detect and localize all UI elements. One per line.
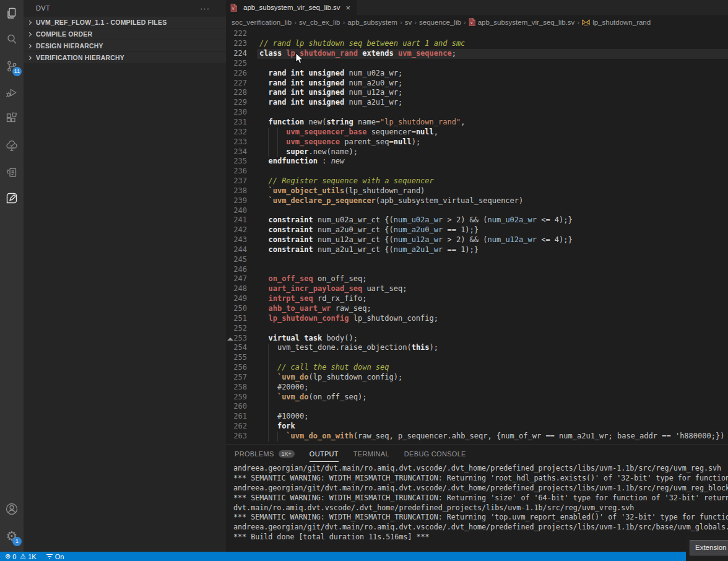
line-number[interactable]: 229: [226, 98, 247, 108]
tree-item[interactable]: VERIFICATION HIERARCHY: [24, 52, 226, 63]
line-number[interactable]: 228: [226, 88, 247, 98]
line-number[interactable]: 233: [226, 137, 247, 147]
code-line[interactable]: 238 `uvm_object_utils(lp_shutdown_rand): [226, 186, 728, 196]
line-number[interactable]: 249: [226, 294, 247, 304]
dvt-edit-icon[interactable]: [4, 191, 19, 206]
line-number[interactable]: 242: [226, 225, 247, 235]
line-number[interactable]: 223: [226, 39, 247, 49]
line-number[interactable]: 225: [226, 59, 247, 69]
editor-tab[interactable]: v apb_subsystem_vir_seq_lib.sv ×: [226, 0, 357, 15]
line-number[interactable]: 234: [226, 147, 247, 157]
code-line[interactable]: 243 constraint num_u12a_wr_ct {(num_u12a…: [226, 235, 728, 245]
code-line[interactable]: 261 #10000;: [226, 412, 728, 422]
code-line[interactable]: 249 intrpt_seq rd_rx_fifo;: [226, 294, 728, 304]
tab-close-icon[interactable]: ×: [346, 3, 351, 12]
line-number[interactable]: 226: [226, 69, 247, 79]
settings-gear-icon[interactable]: ⚙ 1: [4, 529, 19, 544]
line-number[interactable]: 239: [226, 196, 247, 206]
line-number[interactable]: 243: [226, 235, 247, 245]
panel-tab-debug-console[interactable]: DEBUG CONSOLE: [404, 445, 466, 462]
code-line[interactable]: 226 rand int unsigned num_u02a_wr;: [226, 69, 728, 79]
breadcrumb-item[interactable]: apb_subsystem_vir_seq_lib.sv: [478, 19, 575, 26]
code-line[interactable]: 259 `uvm_do(on_off_seq);: [226, 393, 728, 402]
code-line[interactable]: 231 function new(string name="lp_shutdow…: [226, 118, 728, 128]
breadcrumb-item[interactable]: apb_subsystem: [347, 19, 397, 26]
line-number[interactable]: 250: [226, 304, 247, 314]
line-number[interactable]: 245: [226, 255, 247, 265]
code-line[interactable]: 252: [226, 324, 728, 334]
code-line[interactable]: 247 on_off_seq on_off_seq;: [226, 274, 728, 284]
code-line[interactable]: 256 // call the shut down seq: [226, 363, 728, 373]
line-number[interactable]: 231: [226, 118, 247, 128]
line-number[interactable]: 257: [226, 373, 247, 383]
code-line[interactable]: 233 uvm_sequence parent_seq=null);: [226, 137, 728, 147]
code-line[interactable]: 239 `uvm_declare_p_sequencer(apb_subsyst…: [226, 196, 728, 206]
code-line[interactable]: 223// rand lp shutdown seq between uart …: [226, 39, 728, 49]
line-number[interactable]: 247: [226, 274, 247, 284]
code-line[interactable]: 260: [226, 402, 728, 412]
sidebar-more-actions-icon[interactable]: ···: [200, 4, 210, 13]
breadcrumb-item[interactable]: soc_verification_lib: [232, 19, 292, 26]
code-line[interactable]: 262 fork: [226, 422, 728, 432]
problems-status[interactable]: ⊗ 0 ⚠ 1K: [5, 552, 37, 560]
line-number[interactable]: 227: [226, 79, 247, 89]
run-debug-icon[interactable]: [4, 85, 19, 100]
code-line[interactable]: 228 rand int unsigned num_u12a_wr;: [226, 88, 728, 98]
panel-tab-terminal[interactable]: TERMINAL: [353, 445, 389, 462]
line-number[interactable]: 251: [226, 314, 247, 324]
breadcrumb-item[interactable]: sv_cb_ex_lib: [299, 19, 340, 26]
code-line[interactable]: 241 constraint num_u02a_wr_ct {(num_u02a…: [226, 215, 728, 225]
line-number[interactable]: 240: [226, 206, 247, 216]
tree-item[interactable]: UVM_REF_FLOW_1.1 - COMPILED FILES: [24, 17, 226, 28]
source-control-icon[interactable]: 11: [4, 59, 19, 74]
code-line[interactable]: 240: [226, 206, 728, 216]
breadcrumb-item[interactable]: sequence_lib: [419, 19, 461, 26]
code-line[interactable]: 237 // Register sequence with a sequence…: [226, 176, 728, 186]
breadcrumb-item[interactable]: lp_shutdown_rand: [592, 19, 651, 26]
line-number[interactable]: 238: [226, 186, 247, 196]
code-line[interactable]: 258 #20000;: [226, 383, 728, 393]
line-number[interactable]: 252: [226, 324, 247, 334]
line-number[interactable]: 246: [226, 265, 247, 275]
code-line[interactable]: 263 `uvm_do_on_with(raw_seq, p_sequencer…: [226, 432, 728, 441]
code-line[interactable]: 235 endfunction : new: [226, 157, 728, 167]
filter-status[interactable]: On: [46, 553, 64, 560]
line-number[interactable]: 261: [226, 412, 247, 422]
line-number[interactable]: 262: [226, 422, 247, 432]
code-line[interactable]: 232 uvm_sequencer_base sequencer=null,: [226, 128, 728, 137]
line-number[interactable]: 255: [226, 353, 247, 363]
code-line[interactable]: 242 constraint num_a2u0_wr_ct {(num_a2u0…: [226, 225, 728, 235]
code-line[interactable]: 227 rand int unsigned num_a2u0_wr;: [226, 79, 728, 89]
extension-button[interactable]: Extension: [690, 540, 728, 555]
code-line[interactable]: 250 ahb_to_uart_wr raw_seq;: [226, 304, 728, 314]
line-number[interactable]: 230: [226, 108, 247, 118]
compile-order-icon[interactable]: [4, 165, 19, 180]
code-line[interactable]: 255: [226, 353, 728, 363]
line-number[interactable]: 256: [226, 363, 247, 373]
line-number[interactable]: 263: [226, 432, 247, 441]
code-line[interactable]: 244 constraint num_a2u1_wr_ct {(num_a2u1…: [226, 245, 728, 255]
code-line[interactable]: 222: [226, 29, 728, 39]
line-number[interactable]: 259: [226, 393, 247, 402]
code-line[interactable]: 234 super.new(name);: [226, 147, 728, 157]
line-number[interactable]: 258: [226, 383, 247, 393]
line-number[interactable]: 244: [226, 245, 247, 255]
extensions-icon[interactable]: [4, 111, 19, 126]
code-line[interactable]: 254 uvm_test_done.raise_objection(this);: [226, 343, 728, 353]
account-icon[interactable]: [4, 502, 19, 516]
panel-tab-problems[interactable]: PROBLEMS1K+: [235, 445, 295, 462]
tree-item[interactable]: DESIGN HIERARCHY: [24, 40, 226, 51]
line-number[interactable]: 248: [226, 284, 247, 294]
line-number[interactable]: 237: [226, 176, 247, 186]
code-line[interactable]: 236: [226, 167, 728, 176]
code-line[interactable]: 246: [226, 265, 728, 275]
breadcrumb-item[interactable]: sv: [405, 19, 412, 26]
line-number[interactable]: 236: [226, 167, 247, 176]
code-line[interactable]: 230: [226, 108, 728, 118]
verification-tree-icon[interactable]: [4, 138, 19, 153]
code-line[interactable]: 229 rand int unsigned num_a2u1_wr;: [226, 98, 728, 108]
code-line[interactable]: 251 lp_shutdown_config lp_shutdown_confi…: [226, 314, 728, 324]
output-console[interactable]: andreea.georgian/git/dvt.main/ro.amiq.dv…: [226, 462, 728, 542]
line-number[interactable]: 235: [226, 157, 247, 167]
code-line[interactable]: 253 virtual task body();: [226, 334, 728, 344]
